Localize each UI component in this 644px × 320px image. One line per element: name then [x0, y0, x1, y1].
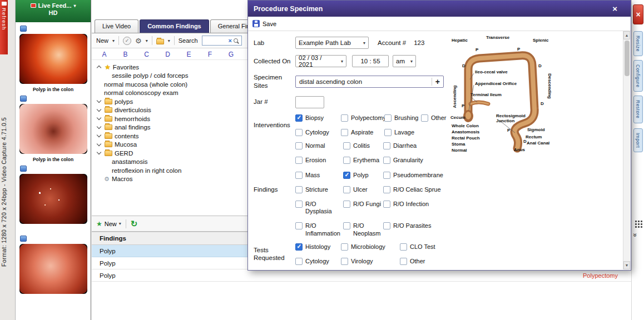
alpha-nav-c[interactable]: C [143, 51, 150, 58]
expand-icon[interactable] [96, 142, 102, 148]
label-transverse: Transverse [486, 35, 510, 40]
star-icon: ★ [105, 64, 111, 71]
checkbox-mass[interactable]: Mass [295, 172, 343, 179]
expand-icon[interactable] [96, 133, 102, 139]
capture-thumbnail-2[interactable]: Polyp in the colon [16, 96, 91, 163]
dialog-title: Procedure Specimen [254, 5, 323, 13]
time-input[interactable]: 10 : 55 [352, 55, 389, 67]
save-button[interactable]: Save [252, 20, 276, 27]
dialog-titlebar[interactable]: Procedure Specimen × [248, 1, 631, 17]
checkbox-lavage[interactable]: Lavage [384, 129, 421, 136]
scroll-up-icon[interactable]: ▲ [623, 31, 630, 39]
checkbox-aspirate[interactable]: Aspirate [341, 129, 384, 136]
checkbox-brushing[interactable]: Brushing [384, 114, 421, 122]
checkbox-other-test[interactable]: Other [400, 258, 451, 265]
checkbox-erosion[interactable]: Erosion [295, 157, 343, 164]
capture-thumbnail-1[interactable]: Polyp in the colon [16, 26, 91, 93]
new-button[interactable]: New [96, 37, 108, 44]
expand-icon[interactable] [96, 124, 102, 131]
new-finding-button[interactable]: ★ New ▾ [96, 221, 121, 227]
jar-number-input[interactable] [295, 96, 324, 108]
chevron-down-icon[interactable]: ▾ [146, 38, 148, 43]
layout-grid-icon[interactable] [635, 221, 637, 222]
alpha-nav-f[interactable]: F [206, 51, 214, 58]
alpha-nav-b[interactable]: B [122, 51, 129, 58]
restore-button[interactable]: Restore [633, 96, 643, 123]
expand-icon[interactable] [96, 150, 102, 156]
checkbox-polyp[interactable]: Polyp [343, 172, 383, 179]
expand-icon[interactable] [96, 98, 102, 104]
capture-thumbnail-4[interactable] [16, 236, 91, 303]
checkbox-erythema[interactable]: Erythema [343, 157, 383, 164]
endoscopy-image[interactable] [19, 34, 87, 84]
collapse-icon[interactable] [96, 64, 102, 70]
checkbox-stricture[interactable]: Stricture [295, 186, 343, 193]
checkbox-icon [400, 258, 407, 265]
interventions-label: Interventions [254, 121, 295, 129]
alpha-nav-a[interactable]: A [101, 51, 108, 58]
checkbox-ro-dysplasia[interactable]: R/O Dysplasia [295, 201, 343, 215]
capture-thumbnail-3[interactable] [16, 166, 91, 233]
configure-button[interactable]: Configure [633, 60, 643, 92]
checkbox-microbiology[interactable]: Microbiology [341, 243, 400, 251]
endoscopy-image[interactable] [19, 174, 87, 224]
gear-icon[interactable]: ⚙ [135, 37, 142, 44]
dialog-scrollbar[interactable]: ▲ ▼ [623, 31, 630, 269]
lab-select[interactable]: Example Path Lab ▾ [295, 37, 369, 49]
label-anal-canal: Anal Canal [527, 141, 549, 146]
dialog-body: Lab Example Path Lab ▾ Account # 123 Col… [248, 31, 631, 270]
tab-common-findings[interactable]: Common Findings [140, 19, 209, 33]
live-feed-header[interactable]: Live Feed... ▾ HD [16, 0, 91, 22]
finding-row-3[interactable]: Polyp Polypectomy [92, 269, 631, 282]
clear-search-icon[interactable]: × [229, 38, 232, 44]
checkbox-biopsy[interactable]: Biopsy [295, 114, 341, 122]
checkbox-normal[interactable]: Normal [295, 142, 343, 149]
label-rectal-pouch: Rectal Pouch [452, 136, 480, 141]
checkbox-virology[interactable]: Virology [341, 258, 400, 265]
checkbox-clo-test[interactable]: CLO Test [400, 243, 451, 251]
checkbox-cytology-intervention[interactable]: Cytology [295, 129, 341, 136]
tab-live-video[interactable]: Live Video [95, 19, 138, 33]
checkbox-polypectomy[interactable]: Polypectomy [341, 114, 384, 122]
close-icon[interactable]: × [612, 4, 617, 13]
alpha-nav-g[interactable]: G [227, 51, 235, 58]
expand-icon[interactable] [96, 107, 102, 113]
folder-icon[interactable] [156, 39, 164, 44]
checkbox-cytology-test[interactable]: Cytology [295, 258, 341, 265]
checkbox-ro-infection[interactable]: R/O Infection [383, 201, 467, 215]
scroll-down-icon[interactable]: ▼ [623, 261, 630, 269]
checkbox-ro-parasites[interactable]: R/O Parasites [383, 222, 467, 237]
checkbox-histology[interactable]: Histology [295, 243, 341, 251]
import-button[interactable]: Import [633, 128, 643, 152]
refresh-icon[interactable]: ↻ [131, 219, 138, 228]
close-app-button[interactable]: × [633, 4, 643, 24]
checkbox-ulcer[interactable]: Ulcer [343, 186, 383, 193]
ampm-select[interactable]: am ▾ [393, 55, 416, 67]
colon-diagram[interactable]: Hepatic Transverse Splenic P D P D P D P… [445, 32, 556, 162]
chevron-down-icon[interactable]: ▾ [112, 38, 115, 43]
scrollbar-thumb[interactable] [625, 41, 630, 76]
search-icon[interactable] [234, 38, 238, 43]
checkbox-ro-fungi[interactable]: R/O Fungi [343, 201, 383, 215]
endoscopy-image[interactable] [19, 244, 87, 294]
checkbox-ro-inflammation[interactable]: R/O Inflammation [295, 222, 343, 237]
add-specimen-site-icon[interactable]: + [432, 78, 440, 86]
checkbox-label: Polyp [353, 172, 369, 179]
checkbox-pseudomembrane[interactable]: Pseudomembrane [383, 172, 467, 179]
check-circle-icon[interactable]: ✓ [123, 37, 131, 45]
date-select[interactable]: 02 / 03 / 2021 ▾ [295, 55, 346, 67]
alpha-nav-e[interactable]: E [185, 51, 192, 58]
search-input[interactable] [205, 38, 227, 44]
specimen-sites-input[interactable]: distal ascending colon + [295, 76, 444, 88]
ampm-value: am [396, 58, 405, 64]
expand-icon[interactable] [96, 116, 102, 122]
alpha-nav-d[interactable]: D [164, 51, 171, 58]
checkbox-ro-celiac-sprue[interactable]: R/O Celiac Sprue [383, 186, 467, 193]
checkbox-colitis[interactable]: Colitis [343, 142, 383, 149]
checkbox-ro-neoplasm[interactable]: R/O Neoplasm [343, 222, 383, 237]
resize-button[interactable]: Resize [633, 31, 643, 56]
chevron-down-icon[interactable]: ▾ [168, 38, 170, 43]
endoscopy-image[interactable] [19, 104, 87, 154]
label-descending: Descending [547, 73, 552, 98]
chevron-double-icon[interactable]: » [631, 233, 639, 237]
